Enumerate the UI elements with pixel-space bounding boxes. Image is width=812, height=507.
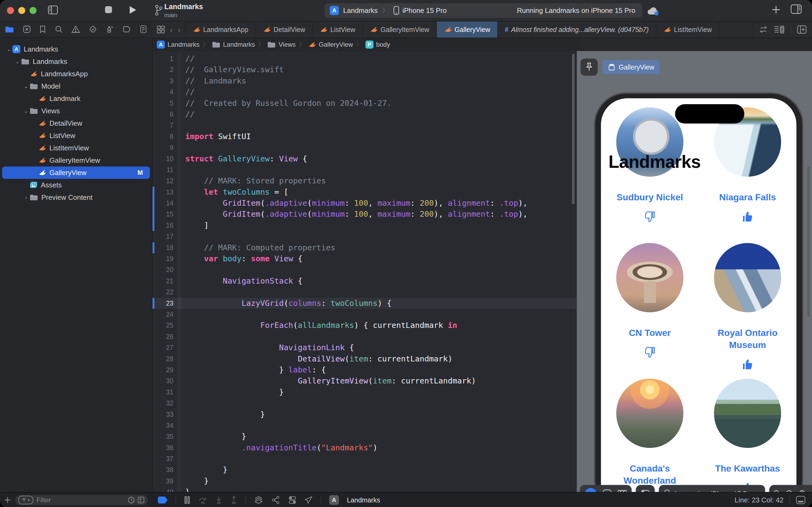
minimize-window-button[interactable]	[18, 7, 25, 14]
fold-ribbon[interactable]	[177, 431, 181, 442]
tab-galleryitemview[interactable]: GalleryItemView	[363, 21, 437, 38]
fold-ribbon[interactable]	[177, 242, 181, 253]
add-editor-icon[interactable]	[797, 25, 807, 34]
fold-ribbon[interactable]	[177, 398, 181, 409]
line-number[interactable]: 7	[153, 120, 177, 131]
fold-ribbon[interactable]	[177, 387, 181, 398]
line-number[interactable]: 37	[153, 453, 177, 464]
tab-almost-finished-adding-alleryview-d0475b7-[interactable]: #Almost finished adding...alleryView. (d…	[498, 21, 656, 38]
fold-ribbon[interactable]	[177, 164, 181, 175]
code-line-37[interactable]: 37	[153, 453, 576, 464]
line-number[interactable]: 17	[153, 231, 177, 242]
fold-ribbon[interactable]	[177, 209, 181, 220]
grid-mode-icon[interactable]	[618, 490, 627, 492]
code-line-28[interactable]: 28 DetailView(item: currentLandmark)	[153, 353, 576, 364]
fold-ribbon[interactable]	[177, 487, 181, 492]
landmark-item-niagara-falls[interactable]: Niagara Falls	[699, 107, 797, 243]
sidebar-item-landmarksapp[interactable]: LandmarksApp	[0, 68, 152, 80]
landmark-item-the-kawarthas[interactable]: The Kawarthas	[699, 379, 797, 492]
breadcrumb-item-landmarks[interactable]: ALandmarks	[157, 41, 199, 49]
code-line-21[interactable]: 21 NavigationStack {	[153, 276, 576, 287]
preview-target-chip[interactable]: GalleryView	[602, 60, 660, 74]
code-line-34[interactable]: 34	[153, 420, 576, 431]
spray-icon[interactable]	[106, 25, 114, 33]
editor-scrollbar[interactable]	[572, 54, 575, 204]
line-number[interactable]: 33	[153, 409, 177, 420]
scheme-bar[interactable]: A Landmarks 〉 iPhone 15 Pro Running Land…	[325, 3, 642, 18]
line-number[interactable]: 13	[153, 187, 177, 198]
pin-preview-button[interactable]	[581, 59, 598, 76]
toggle-left-sidebar-icon[interactable]	[48, 5, 58, 14]
code-line-35[interactable]: 35 }	[153, 431, 576, 442]
fold-ribbon[interactable]	[177, 142, 181, 153]
disclosure-down-icon[interactable]: ⌄	[22, 108, 30, 114]
fold-ribbon[interactable]	[177, 364, 181, 376]
step-into-icon[interactable]	[215, 496, 222, 505]
selectable-mode-icon[interactable]	[602, 489, 612, 492]
fold-ribbon[interactable]	[177, 453, 181, 464]
code-line-38[interactable]: 38 }	[153, 464, 576, 475]
code-line-16[interactable]: 16 ]	[153, 220, 576, 231]
code-line-1[interactable]: 1//	[153, 53, 576, 64]
fold-ribbon[interactable]	[177, 464, 181, 475]
fold-ribbon[interactable]	[177, 331, 181, 342]
tag-icon[interactable]	[122, 25, 131, 33]
line-number[interactable]: 9	[153, 142, 177, 153]
bookmark-icon[interactable]	[40, 25, 46, 33]
pause-icon[interactable]	[184, 496, 190, 504]
tab-listitemview[interactable]: ListItemView	[656, 21, 719, 38]
fold-ribbon[interactable]	[177, 276, 181, 287]
line-number[interactable]: 26	[153, 331, 177, 342]
code-line-29[interactable]: 29 } label: {	[153, 364, 576, 376]
run-button[interactable]	[128, 5, 137, 14]
code-line-13[interactable]: 13 let twoColumns = [	[153, 187, 576, 198]
fold-ribbon[interactable]	[177, 475, 181, 487]
line-number[interactable]: 23	[153, 298, 177, 309]
landmark-photo[interactable]	[616, 379, 683, 448]
line-number[interactable]: 3	[153, 75, 177, 87]
scheme-app-name[interactable]: Landmarks	[343, 6, 378, 15]
disclosure-down-icon[interactable]: ⌄	[14, 58, 21, 65]
line-number[interactable]: 10	[153, 153, 177, 164]
landmark-name[interactable]: Sudbury Nickel	[617, 191, 683, 203]
line-number[interactable]: 29	[153, 364, 177, 376]
zoom-100-icon[interactable]: 1	[786, 490, 794, 492]
disclosure-down-icon[interactable]: ⌄	[22, 83, 30, 90]
sidebar-item-landmark[interactable]: Landmark	[0, 92, 152, 105]
line-number[interactable]: 21	[153, 276, 177, 287]
sidebar-item-assets[interactable]: Assets	[0, 179, 152, 191]
toggle-debug-area-icon[interactable]	[796, 496, 806, 504]
line-number[interactable]: 1	[153, 53, 177, 64]
disclosure-down-icon[interactable]: ⌄	[5, 46, 12, 52]
editor-options-icon[interactable]	[774, 25, 785, 34]
code-line-20[interactable]: 20	[153, 264, 576, 275]
landmark-item-sudbury-nickel[interactable]: Sudbury Nickel	[601, 107, 699, 243]
sidebar-item-galleryview[interactable]: GalleryViewM	[2, 167, 150, 179]
tab-detailview[interactable]: DetailView	[256, 21, 313, 38]
line-number[interactable]: 5	[153, 98, 177, 109]
code-line-7[interactable]: 7	[153, 120, 576, 131]
recent-files-icon[interactable]	[128, 497, 135, 504]
source-control-filter-icon[interactable]	[137, 497, 144, 504]
code-line-27[interactable]: 27 NavigationLink {	[153, 342, 576, 353]
fold-ribbon[interactable]	[177, 53, 181, 64]
fold-ribbon[interactable]	[177, 220, 181, 231]
code-line-9[interactable]: 9	[153, 142, 576, 153]
tab-overview-icon[interactable]	[157, 25, 165, 34]
code-line-26[interactable]: 26	[153, 331, 576, 342]
landmark-photo[interactable]	[714, 379, 781, 448]
line-number[interactable]: 16	[153, 220, 177, 231]
search-icon[interactable]	[55, 25, 63, 33]
line-number[interactable]: 35	[153, 431, 177, 442]
line-number[interactable]: 20	[153, 264, 177, 275]
canvas-scrollbar[interactable]	[807, 167, 810, 317]
breadcrumb-item-landmarks[interactable]: Landmarks	[212, 41, 255, 48]
code-line-2[interactable]: 2// GalleryView.swift	[153, 64, 576, 75]
back-icon[interactable]: ‹	[170, 24, 173, 35]
line-number[interactable]: 2	[153, 64, 177, 75]
sidebar-item-listitemview[interactable]: ListItemView	[0, 142, 152, 154]
line-number[interactable]: 31	[153, 387, 177, 398]
fold-ribbon[interactable]	[177, 342, 181, 353]
preview-device-picker[interactable]: Automatic – iPhone 15 Pro ▾	[659, 485, 765, 492]
line-number[interactable]: 19	[153, 253, 177, 264]
